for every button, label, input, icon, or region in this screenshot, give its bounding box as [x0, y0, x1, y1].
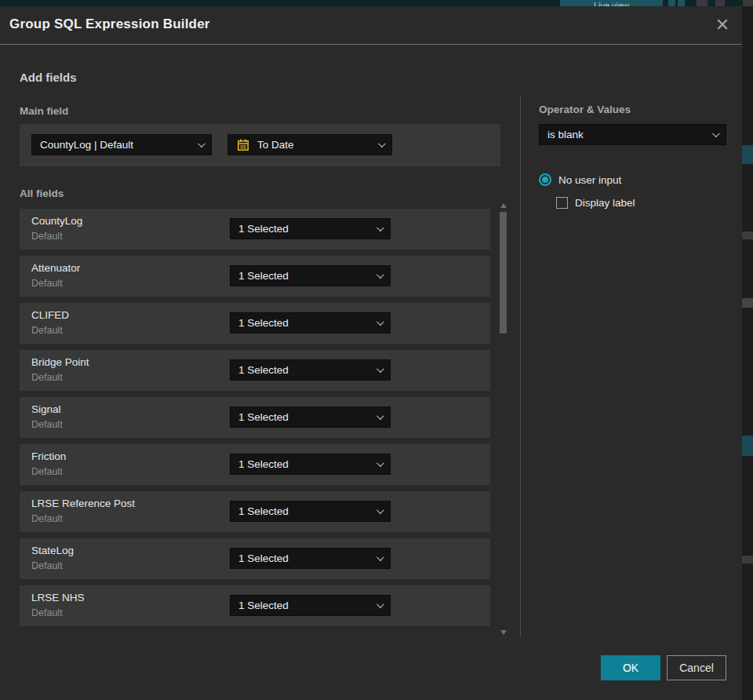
- field-subtitle: Default: [31, 325, 63, 336]
- field-row-attenuator: Attenuator Default 1 Selected: [20, 256, 490, 297]
- background-chip: [668, 0, 675, 6]
- selected-count: 1 Selected: [238, 270, 370, 282]
- field-subtitle: Default: [31, 560, 63, 571]
- field-row-lrse-reference-post: LRSE Reference Post Default 1 Selected: [20, 491, 490, 532]
- chevron-down-icon: [376, 412, 384, 420]
- field-subtitle: Default: [31, 466, 63, 477]
- field-selected-dropdown[interactable]: 1 Selected: [230, 265, 391, 286]
- background-fragment: [742, 232, 753, 239]
- field-name: CLIFED: [31, 309, 69, 321]
- all-fields-list: CountyLog Default 1 Selected Attenuator …: [20, 209, 490, 633]
- operator-select[interactable]: is blank: [539, 124, 726, 145]
- field-row-friction: Friction Default 1 Selected: [20, 444, 490, 485]
- chevron-down-icon: [376, 506, 384, 514]
- field-selected-dropdown[interactable]: 1 Selected: [230, 359, 391, 381]
- background-chip: [743, 0, 753, 6]
- field-name: LRSE NHS: [31, 592, 85, 603]
- field-selected-dropdown[interactable]: 1 Selected: [230, 454, 391, 475]
- ok-button[interactable]: OK: [601, 655, 660, 680]
- chevron-down-icon: [376, 224, 384, 232]
- field-name: Friction: [31, 450, 66, 462]
- selected-count: 1 Selected: [238, 505, 370, 517]
- cancel-button[interactable]: Cancel: [667, 655, 726, 680]
- scrollbar-thumb[interactable]: [500, 212, 507, 334]
- radio-icon: [539, 173, 551, 186]
- checkbox-icon: [556, 197, 568, 209]
- scrollbar-up-arrow-icon[interactable]: [500, 202, 507, 209]
- main-field-container: CountyLog | Default To Date: [20, 124, 500, 166]
- background-chip: [678, 0, 685, 6]
- main-field-label: Main field: [20, 105, 68, 117]
- background-fragment: [742, 298, 753, 308]
- field-subtitle: Default: [31, 231, 63, 242]
- selected-count: 1 Selected: [238, 317, 370, 329]
- operator-select-value: is blank: [547, 129, 706, 140]
- no-user-input-radio[interactable]: No user input: [539, 173, 621, 186]
- close-icon[interactable]: ✕: [712, 15, 733, 35]
- operator-values-label: Operator & Values: [539, 104, 631, 115]
- field-subtitle: Default: [31, 372, 63, 383]
- field-name: Signal: [31, 403, 61, 415]
- field-name: Attenuator: [31, 262, 80, 274]
- background-fragment: [742, 145, 753, 164]
- selected-count: 1 Selected: [238, 223, 370, 235]
- field-type-select-value: To Date: [257, 139, 372, 151]
- field-subtitle: Default: [31, 419, 63, 430]
- main-field-select[interactable]: CountyLog | Default: [31, 134, 212, 155]
- selected-count: 1 Selected: [238, 411, 370, 423]
- chevron-down-icon: [378, 140, 386, 148]
- field-name: CountyLog: [31, 215, 82, 227]
- chevron-down-icon: [376, 271, 384, 279]
- selected-count: 1 Selected: [238, 458, 370, 470]
- selected-count: 1 Selected: [238, 600, 370, 611]
- display-label-checkbox[interactable]: Display label: [556, 197, 635, 209]
- field-selected-dropdown[interactable]: 1 Selected: [230, 218, 391, 239]
- chevron-down-icon: [376, 365, 384, 373]
- field-row-bridge-point: Bridge Point Default 1 Selected: [20, 350, 490, 391]
- field-name: StateLog: [31, 545, 74, 556]
- background-fragment: [742, 436, 753, 456]
- field-row-lrse-nhs: LRSE NHS Default 1 Selected: [20, 585, 490, 626]
- field-row-signal: Signal Default 1 Selected: [20, 397, 490, 438]
- background-app-strip: Live view: [0, 0, 753, 6]
- chevron-down-icon: [198, 140, 206, 148]
- chevron-down-icon: [376, 459, 384, 467]
- no-user-input-label: No user input: [558, 174, 621, 186]
- background-app-edge: [742, 6, 753, 700]
- calendar-to-date-icon: [236, 138, 250, 152]
- panel-divider: [520, 96, 521, 637]
- field-row-countylog: CountyLog Default 1 Selected: [20, 209, 490, 250]
- main-field-select-value: CountyLog | Default: [40, 139, 191, 151]
- field-type-select[interactable]: To Date: [227, 134, 392, 155]
- scrollbar-down-arrow-icon[interactable]: [500, 629, 507, 636]
- field-selected-dropdown[interactable]: 1 Selected: [230, 312, 391, 334]
- group-sql-expression-builder-dialog: Group SQL Expression Builder ✕ Add field…: [0, 6, 742, 700]
- field-subtitle: Default: [31, 607, 63, 618]
- background-chip: [697, 0, 708, 6]
- selected-count: 1 Selected: [238, 364, 370, 376]
- field-name: LRSE Reference Post: [31, 498, 135, 509]
- field-subtitle: Default: [31, 513, 63, 524]
- field-selected-dropdown[interactable]: 1 Selected: [230, 548, 391, 569]
- background-fragment: [742, 556, 753, 563]
- field-selected-dropdown[interactable]: 1 Selected: [230, 595, 391, 616]
- dialog-header: Group SQL Expression Builder ✕: [0, 6, 742, 45]
- chevron-down-icon: [712, 129, 720, 137]
- field-row-statelog: StateLog Default 1 Selected: [20, 538, 490, 579]
- display-label-label: Display label: [575, 197, 635, 209]
- live-view-button: Live view: [560, 0, 663, 6]
- chevron-down-icon: [376, 553, 384, 561]
- background-chip: [715, 0, 725, 6]
- field-selected-dropdown[interactable]: 1 Selected: [230, 501, 391, 522]
- all-fields-label: All fields: [20, 188, 64, 199]
- field-row-clifed: CLIFED Default 1 Selected: [20, 303, 490, 344]
- field-subtitle: Default: [31, 278, 63, 289]
- selected-count: 1 Selected: [238, 552, 370, 564]
- add-fields-heading: Add fields: [20, 71, 77, 84]
- dialog-title: Group SQL Expression Builder: [9, 16, 210, 32]
- field-name: Bridge Point: [31, 356, 89, 368]
- chevron-down-icon: [376, 600, 384, 608]
- field-selected-dropdown[interactable]: 1 Selected: [230, 407, 391, 428]
- chevron-down-icon: [376, 318, 384, 326]
